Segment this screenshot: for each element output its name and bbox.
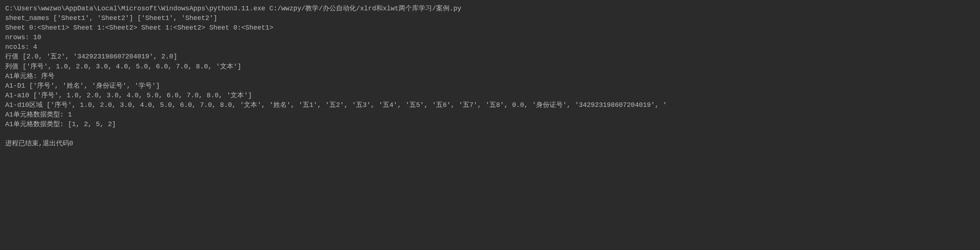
console-line: A1-d10区域 ['序号', 1.0, 2.0, 3.0, 4.0, 5.0,…: [5, 100, 975, 110]
console-line: A1单元格数据类型: [1, 2, 5, 2]: [5, 119, 975, 129]
console-line: A1单元格数据类型: 1: [5, 110, 975, 119]
console-line: sheet_names ['Sheet1', 'Sheet2'] ['Sheet…: [5, 13, 975, 23]
console-line: A1-D1 ['序号', '姓名', '身份证号', '学号']: [5, 81, 975, 90]
console-line: C:\Users\wwzwo\AppData\Local\Microsoft\W…: [5, 4, 975, 13]
console-line: A1-a10 ['序号', 1.0, 2.0, 3.0, 4.0, 5.0, 6…: [5, 90, 975, 100]
console-output: C:\Users\wwzwo\AppData\Local\Microsoft\W…: [5, 4, 975, 148]
console-line: nrows: 10: [5, 33, 975, 42]
exit-message: 进程已结束,退出代码0: [5, 139, 975, 148]
console-line: 列值 ['序号', 1.0, 2.0, 3.0, 4.0, 5.0, 6.0, …: [5, 62, 975, 71]
console-line: Sheet 0:<Sheet1> Sheet 1:<Sheet2> Sheet …: [5, 23, 975, 33]
console-line: ncols: 4: [5, 42, 975, 52]
console-line: 行值 [2.0, '五2', '342923198607204019', 2.0…: [5, 52, 975, 62]
console-line: A1单元格: 序号: [5, 71, 975, 81]
